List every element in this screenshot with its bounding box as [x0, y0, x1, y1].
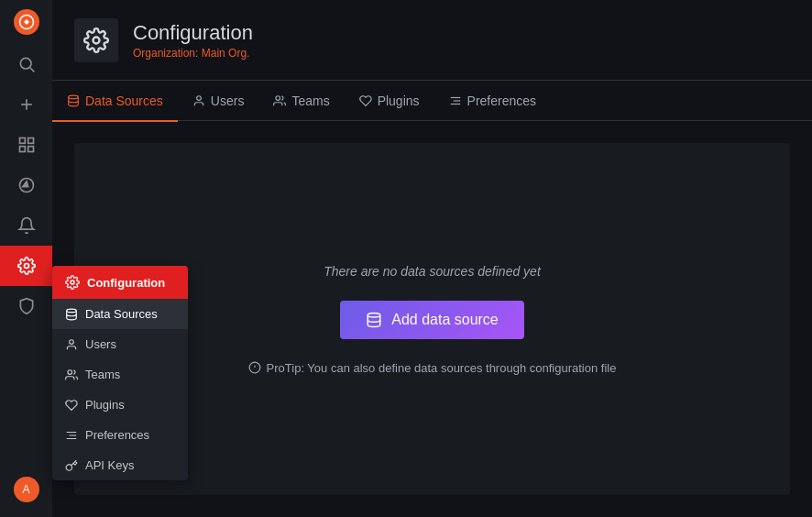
tab-plugins-label: Plugins: [378, 94, 420, 108]
empty-state-message: There are no data sources defined yet: [324, 264, 541, 279]
dropdown-item-apikeys[interactable]: API Keys: [52, 450, 188, 480]
alerting-nav-icon[interactable]: [0, 205, 52, 246]
app-logo[interactable]: [0, 0, 52, 44]
tab-preferences-icon: [449, 94, 462, 107]
apikeys-icon: [65, 459, 78, 472]
svg-point-20: [69, 95, 79, 99]
add-datasource-button-label: Add data source: [391, 312, 499, 328]
logo-icon: [14, 9, 39, 35]
svg-marker-10: [22, 182, 27, 187]
tab-users-icon: [192, 94, 205, 107]
preferences-icon: [65, 429, 78, 442]
dropdown-item-apikeys-label: API Keys: [85, 458, 134, 472]
svg-point-13: [67, 309, 77, 313]
svg-rect-8: [27, 147, 33, 152]
tab-users[interactable]: Users: [178, 82, 259, 122]
page-header-text: Configuration Organization: Main Org.: [133, 21, 253, 60]
users-icon: [65, 338, 78, 351]
plugins-icon: [65, 399, 78, 412]
sidebar: A: [0, 0, 52, 517]
add-datasource-icon: [366, 312, 382, 328]
add-nav-icon[interactable]: [0, 84, 52, 125]
user-avatar[interactable]: A: [0, 469, 52, 510]
dropdown-item-datasources-label: Data Sources: [85, 307, 158, 321]
tab-preferences[interactable]: Preferences: [434, 82, 551, 122]
dropdown-item-preferences-label: Preferences: [85, 428, 149, 442]
svg-rect-5: [19, 138, 25, 144]
svg-point-19: [93, 37, 100, 43]
tab-plugins[interactable]: Plugins: [345, 82, 434, 122]
svg-point-26: [368, 313, 380, 317]
protip-message: ProTip: You can also define data sources…: [267, 361, 617, 375]
dropdown-header: Configuration: [52, 266, 188, 299]
configuration-dropdown: Configuration Data Sources Users Teams P…: [52, 266, 188, 480]
configuration-nav-icon[interactable]: [0, 246, 52, 286]
avatar-circle: A: [14, 477, 39, 502]
page-header-icon-wrapper: [74, 18, 118, 62]
page-header: Configuration Organization: Main Org.: [52, 0, 812, 81]
dropdown-item-users-label: Users: [85, 337, 116, 351]
svg-point-1: [20, 58, 31, 69]
add-datasource-button[interactable]: Add data source: [340, 301, 524, 339]
tab-teams-label: Teams: [291, 94, 329, 108]
dropdown-header-label: Configuration: [87, 276, 165, 290]
page-title: Configuration: [133, 21, 253, 45]
sidebar-bottom: A: [0, 469, 52, 517]
dropdown-item-plugins-label: Plugins: [85, 398, 125, 412]
shield-nav-icon[interactable]: [0, 286, 52, 326]
config-header-icon: [65, 275, 80, 290]
svg-point-15: [68, 369, 72, 374]
tab-preferences-label: Preferences: [467, 94, 536, 108]
dashboards-nav-icon[interactable]: [0, 125, 52, 165]
teams-icon: [65, 368, 78, 381]
tab-datasources[interactable]: Data Sources: [52, 82, 178, 122]
tab-datasources-icon: [67, 94, 80, 107]
dropdown-item-teams-label: Teams: [85, 368, 120, 381]
protip-icon: [248, 361, 261, 374]
page-subtitle: Organization: Main Org.: [133, 47, 253, 60]
tab-navigation: Data Sources Users Teams Plugins: [52, 81, 812, 121]
protip-text: ProTip: You can also define data sources…: [248, 361, 617, 375]
dropdown-item-teams[interactable]: Teams: [52, 359, 188, 390]
datasource-icon: [65, 308, 78, 321]
tab-teams[interactable]: Teams: [258, 82, 344, 122]
tab-plugins-icon: [359, 94, 372, 107]
page-config-icon: [83, 28, 109, 53]
tab-datasources-label: Data Sources: [85, 94, 163, 108]
dropdown-item-preferences[interactable]: Preferences: [52, 420, 188, 450]
dropdown-item-datasources[interactable]: Data Sources: [52, 299, 188, 329]
dropdown-item-users[interactable]: Users: [52, 329, 188, 359]
explore-nav-icon[interactable]: [0, 165, 52, 205]
search-nav-icon[interactable]: [0, 44, 52, 84]
svg-line-2: [29, 68, 34, 72]
svg-rect-6: [27, 138, 33, 144]
svg-point-22: [276, 96, 280, 101]
svg-rect-7: [19, 147, 25, 152]
svg-point-12: [71, 280, 74, 284]
tab-teams-icon: [273, 94, 286, 107]
svg-point-14: [70, 339, 74, 344]
svg-point-11: [24, 264, 28, 269]
tab-users-label: Users: [211, 94, 245, 108]
dropdown-item-plugins[interactable]: Plugins: [52, 390, 188, 420]
svg-point-21: [196, 96, 201, 101]
